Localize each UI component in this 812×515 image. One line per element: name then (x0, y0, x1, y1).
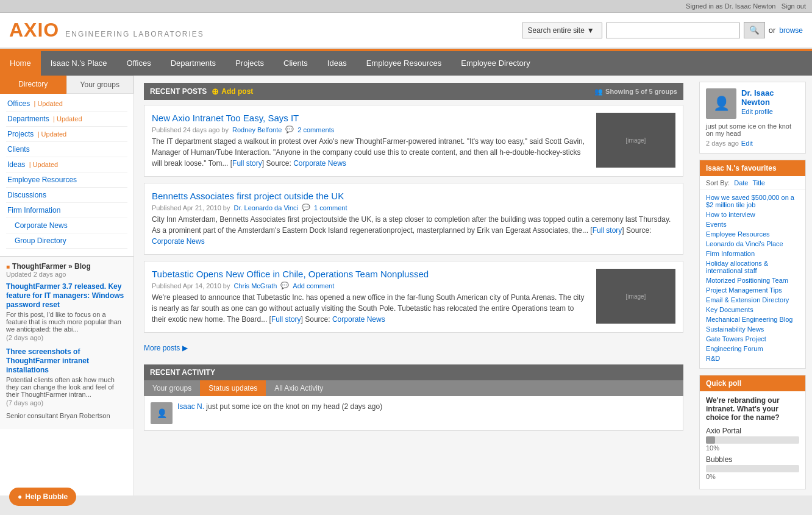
poll-percentage: 0% (706, 473, 799, 480)
post-body: City Inn Amsterdam, Bennetts Associates … (152, 214, 675, 247)
fav-item-link[interactable]: Mechanical Engineering Blog (706, 314, 799, 324)
full-story-link[interactable]: Full story (593, 226, 622, 235)
sort-title-link[interactable]: Title (753, 179, 765, 186)
fav-item: Sustainability News (706, 324, 799, 334)
post-source-link[interactable]: Corporate News (152, 237, 205, 246)
fav-item-link[interactable]: R&D (706, 353, 799, 363)
activity-user-link[interactable]: Isaac N. (177, 402, 204, 411)
nav-item-employee-directory[interactable]: Employee Directory (451, 51, 540, 76)
activity-tab-your-groups[interactable]: Your groups (144, 380, 200, 396)
help-bubble-button[interactable]: ● Help Bubble (9, 488, 76, 495)
post-author-link[interactable]: Dr. Leonardo da Vinci (233, 204, 298, 211)
sidebar-link-ideas[interactable]: Ideas | Updated (6, 157, 127, 172)
blog-post-link[interactable]: Three screenshots of ThoughtFarmer intra… (6, 347, 89, 374)
edit-profile-link[interactable]: Edit profile (741, 108, 773, 115)
sidebar-tab-yourgroups[interactable]: Your groups (66, 76, 134, 94)
current-user-link[interactable]: Dr. Isaac Newton (725, 2, 776, 10)
search-scope-dropdown[interactable]: Search entire site ▼ (522, 23, 602, 38)
blog-post-excerpt: Potential clients often ask how much the… (6, 376, 127, 398)
fav-item: Engineering Forum (706, 344, 799, 353)
profile-edit-link[interactable]: Edit (741, 140, 753, 147)
post-author-link[interactable]: Rodney Belfonte (232, 126, 282, 133)
search-button[interactable]: 🔍 (744, 22, 765, 38)
nav-item-home[interactable]: Home (0, 51, 41, 76)
post-text: New Axio Intranet Too Easy, Says IT Publ… (152, 113, 590, 169)
post-source-link[interactable]: Corporate News (332, 315, 385, 324)
fav-item-link[interactable]: Motorized Positioning Team (706, 275, 799, 285)
groups-icon: 👥 (594, 88, 603, 96)
sidebar-link-departments[interactable]: Departments | Updated (6, 112, 127, 127)
sidebar-link-firm-information[interactable]: Firm Information (6, 203, 127, 218)
fav-item-link[interactable]: Firm Information (706, 249, 799, 258)
fav-item: Leonardo da Vinci's Place (706, 239, 799, 249)
post-comments-link[interactable]: 1 comment (314, 204, 347, 211)
nav-item-isaac-n--s-place[interactable]: Isaac N.'s Place (41, 51, 117, 76)
sidebar-link-corporate-news[interactable]: Corporate News (6, 218, 127, 233)
activity-tab-all-axio-activity[interactable]: All Axio Activity (266, 380, 332, 396)
post-title-link[interactable]: Tubetastic Opens New Office in Chile, Op… (152, 269, 429, 279)
post-text: Bennetts Associates first project outsid… (152, 191, 675, 247)
add-post-button[interactable]: ⊕ Add post (212, 87, 253, 96)
post-author-link[interactable]: Chris McGrath (233, 282, 277, 289)
browse-link[interactable]: browse (779, 26, 803, 35)
fav-item: Holiday allocations & international staf… (706, 258, 799, 275)
fav-item-link[interactable]: Engineering Forum (706, 344, 799, 353)
nav-item-projects[interactable]: Projects (226, 51, 274, 76)
post-title-link[interactable]: Bennetts Associates first project outsid… (152, 191, 344, 201)
poll-options: Axio Portal 10% Bubbles 0% (706, 427, 799, 480)
updated-badge: | Updated (53, 115, 82, 123)
activity-tab-status-updates[interactable]: Status updates (200, 380, 266, 396)
more-posts-link[interactable]: More posts ▶ (144, 339, 683, 357)
full-story-link[interactable]: Full story (271, 315, 301, 324)
favourites-box: Isaac N.'s favourites Sort By: Date Titl… (699, 160, 806, 369)
topbar: Signed in as Dr. Isaac Newton Sign out (0, 0, 812, 13)
post-comments-link[interactable]: 2 comments (297, 126, 334, 133)
activity-tabs: Your groupsStatus updatesAll Axio Activi… (144, 380, 683, 396)
post-published: Published Apr 14, 2010 by (152, 282, 230, 289)
activity-items: 👤 Isaac N. just put some ice on the knot… (144, 396, 683, 431)
nav-item-departments[interactable]: Departments (161, 51, 226, 76)
sidebar-link-discussions[interactable]: Discussions (6, 188, 127, 203)
favourites-list: How we saved $500,000 on a $2 million ti… (700, 190, 805, 368)
sidebar-link-clients[interactable]: Clients (6, 142, 127, 157)
fav-item-link[interactable]: Key Documents (706, 305, 799, 314)
fav-item-link[interactable]: Leonardo da Vinci's Place (706, 239, 799, 249)
post-source-link[interactable]: Corporate News (293, 159, 346, 168)
post-comments-link[interactable]: Add comment (293, 282, 334, 289)
fav-item: Employee Resources (706, 229, 799, 239)
main-nav: HomeIsaac N.'s PlaceOfficesDepartmentsPr… (0, 51, 812, 76)
post-body: The IT department staged a walkout in pr… (152, 136, 590, 169)
fav-item-link[interactable]: Employee Resources (706, 229, 799, 239)
fav-item-link[interactable]: How we saved $500,000 on a $2 million ti… (706, 193, 799, 210)
fav-item-link[interactable]: Email & Extension Directory (706, 295, 799, 305)
full-story-link[interactable]: Full story (232, 159, 262, 168)
profile-name-link[interactable]: Dr. Isaac Newton (741, 88, 774, 107)
sidebar-tab-directory[interactable]: Directory (0, 76, 66, 94)
sidebar: Directory Your groups Offices | UpdatedD… (0, 76, 134, 495)
post-card: Bennetts Associates first project outsid… (144, 183, 683, 255)
fav-item-link[interactable]: How to interview (706, 210, 799, 219)
nav-item-ideas[interactable]: Ideas (318, 51, 357, 76)
fav-item-link[interactable]: Gate Towers Project (706, 334, 799, 344)
sidebar-link-employee-resources[interactable]: Employee Resources (6, 172, 127, 188)
sidebar-link-projects[interactable]: Projects | Updated (6, 127, 127, 142)
fav-item: Firm Information (706, 249, 799, 258)
sidebar-link-group-directory[interactable]: Group Directory (6, 233, 127, 249)
search-input[interactable] (606, 23, 740, 38)
nav-item-employee-resources[interactable]: Employee Resources (357, 51, 452, 76)
post-title-link[interactable]: New Axio Intranet Too Easy, Says IT (152, 113, 299, 123)
fav-item-link[interactable]: Project Management Tips (706, 285, 799, 295)
fav-item-link[interactable]: Events (706, 219, 799, 229)
nav-item-clients[interactable]: Clients (274, 51, 318, 76)
favourites-sortby: Sort By: Date Title (700, 176, 805, 190)
sign-out-link[interactable]: Sign out (782, 2, 806, 10)
blog-post-link[interactable]: ThoughtFarmer 3.7 released. Key feature … (6, 282, 124, 309)
fav-item-link[interactable]: Holiday allocations & international staf… (706, 258, 799, 275)
nav-item-offices[interactable]: Offices (116, 51, 160, 76)
poll-option: Axio Portal 10% (706, 427, 799, 452)
sidebar-link-offices[interactable]: Offices | Updated (6, 96, 127, 112)
sort-date-link[interactable]: Date (734, 179, 748, 186)
activity-item: 👤 Isaac N. just put some ice on the knot… (144, 396, 683, 431)
fav-item-link[interactable]: Sustainability News (706, 324, 799, 334)
fav-item: How to interview (706, 210, 799, 219)
